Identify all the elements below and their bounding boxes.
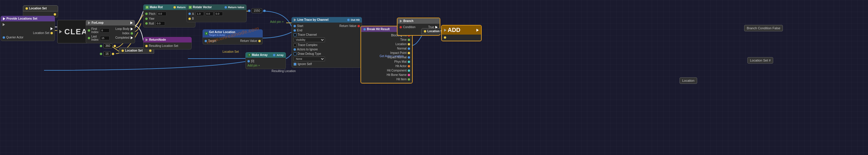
trace-channel-dropdown: Visibility bbox=[292, 37, 327, 43]
rotate-vector-node: × Rotate Vector Return Value A B bbox=[186, 4, 247, 22]
exec-in bbox=[400, 20, 402, 23]
break-hit-title: Break Hit Result bbox=[367, 28, 390, 31]
pin bbox=[408, 61, 410, 63]
target-pin: Target bbox=[203, 39, 233, 43]
hit-component-pin: Hit Component bbox=[361, 68, 412, 73]
icon: × bbox=[189, 6, 192, 9]
node-title: Location Set bbox=[29, 7, 47, 10]
checkbox[interactable] bbox=[293, 63, 297, 66]
pin-label: Querier Actor bbox=[6, 36, 24, 39]
label: Condition bbox=[403, 26, 415, 29]
draw-debug-dropdown: None bbox=[292, 56, 327, 62]
pin bbox=[188, 17, 191, 20]
location-set-floating: Location Set bbox=[222, 50, 239, 53]
return-title: ReturnNode bbox=[149, 38, 166, 41]
pin bbox=[145, 45, 148, 47]
pin-in bbox=[122, 49, 124, 52]
location-set-out-pin: Location Set bbox=[1, 31, 55, 35]
branch-title: Branch bbox=[403, 20, 413, 23]
label: Branch Condition False bbox=[747, 26, 780, 30]
branch-condition-false-label: Branch Condition False bbox=[744, 25, 783, 31]
label: Location bbox=[682, 79, 694, 82]
value-16-node: 16 bbox=[100, 51, 114, 56]
actors-to-ignore-pin: Actors to Ignore bbox=[292, 47, 327, 51]
label: Resulting Location bbox=[272, 70, 296, 73]
pins: Target Return Value bbox=[203, 39, 262, 43]
pin bbox=[293, 48, 296, 51]
b-pin: B bbox=[187, 16, 246, 21]
title-wrap: Get Actor Location Target is Actor bbox=[209, 31, 236, 36]
exec-in bbox=[146, 38, 148, 41]
checkbox[interactable] bbox=[293, 44, 297, 47]
pin bbox=[145, 12, 148, 15]
pin bbox=[293, 25, 296, 27]
start-pin: Start bbox=[292, 24, 327, 28]
add-header: ADD bbox=[442, 26, 481, 35]
val-360: 360 bbox=[105, 44, 111, 47]
label: Last Index bbox=[91, 35, 98, 41]
pin-out bbox=[114, 45, 116, 47]
exec-in-arrow bbox=[59, 30, 62, 33]
return-body: Resulting Location Set bbox=[143, 42, 192, 49]
a-pin: A bbox=[187, 11, 246, 16]
loop-body-pin: Loop Body bbox=[111, 27, 135, 31]
outputs: Return Value bbox=[233, 39, 263, 43]
label: Time bbox=[400, 38, 407, 41]
roll-input[interactable] bbox=[156, 22, 165, 26]
pin bbox=[408, 56, 410, 59]
last-index-input[interactable] bbox=[100, 36, 110, 40]
val-box: 1550 bbox=[252, 8, 262, 13]
rotate-vector-body: A B bbox=[186, 10, 247, 22]
array-pin bbox=[273, 54, 275, 56]
item-0-pin: [0] bbox=[246, 59, 286, 63]
phys-mat-pin: Phys Mat bbox=[361, 60, 412, 64]
label: Completed bbox=[115, 36, 129, 39]
resulting-location-label: Resulting Location bbox=[272, 69, 296, 73]
icon: f bbox=[248, 53, 251, 56]
value-16-wrap: 16 bbox=[100, 51, 114, 56]
pitch-input[interactable] bbox=[157, 12, 166, 16]
pin-green2 bbox=[88, 37, 90, 39]
draw-debug-select[interactable]: None bbox=[293, 56, 325, 61]
hit-item-pin: Hit Item bbox=[361, 77, 412, 81]
clear-exec-in bbox=[58, 29, 64, 34]
get-actor-body: Target Return Value bbox=[203, 38, 263, 44]
rotate-vector-add-pin[interactable]: Add pin + bbox=[270, 20, 284, 24]
first-index-input[interactable] bbox=[100, 29, 110, 33]
label: [0] bbox=[251, 60, 254, 63]
array-label: Array bbox=[277, 53, 284, 56]
value-360-node: 360 bbox=[100, 43, 116, 48]
pin-out bbox=[112, 53, 114, 55]
pin-out bbox=[263, 10, 266, 12]
hit-bone-name-pin: Hit Bone Name bbox=[361, 73, 412, 77]
label: Roll bbox=[149, 22, 154, 25]
pin bbox=[205, 40, 207, 42]
pin bbox=[358, 25, 360, 27]
value-360-box: 360 bbox=[103, 43, 113, 48]
pin bbox=[408, 43, 410, 45]
line-trace-title: Line Trace by Channel bbox=[297, 18, 329, 22]
ay-input[interactable] bbox=[205, 12, 213, 16]
pin bbox=[408, 52, 410, 54]
label: Normal bbox=[397, 47, 407, 50]
node-header: Location Set bbox=[23, 5, 58, 11]
line-trace-body: Start End Trace Channel Visibility bbox=[291, 23, 362, 68]
label: Start bbox=[297, 24, 303, 28]
label: Resulting Location Set bbox=[149, 44, 178, 47]
value-360-wrap: 360 bbox=[100, 43, 116, 48]
ax-input[interactable] bbox=[196, 12, 204, 16]
label: Get Actor Location bbox=[379, 54, 404, 58]
add-pin[interactable]: Add pin + bbox=[246, 63, 286, 68]
pin bbox=[247, 60, 250, 63]
trace-pins: Start End Trace Channel Visibility bbox=[292, 24, 362, 66]
az-input[interactable] bbox=[215, 12, 223, 16]
pin-green bbox=[88, 29, 90, 32]
trace-channel-select[interactable]: Visibility bbox=[293, 38, 325, 42]
time-pin: Time bbox=[361, 38, 412, 42]
add-node: ADD bbox=[441, 25, 482, 41]
for-loop-title: ForLoop bbox=[92, 21, 104, 24]
make-array-node: f Make Array Array [0] Add pin + bbox=[245, 52, 286, 69]
label: Return Value bbox=[240, 39, 257, 42]
val: 1550 bbox=[254, 9, 260, 12]
location-pin: Location bbox=[361, 42, 412, 46]
